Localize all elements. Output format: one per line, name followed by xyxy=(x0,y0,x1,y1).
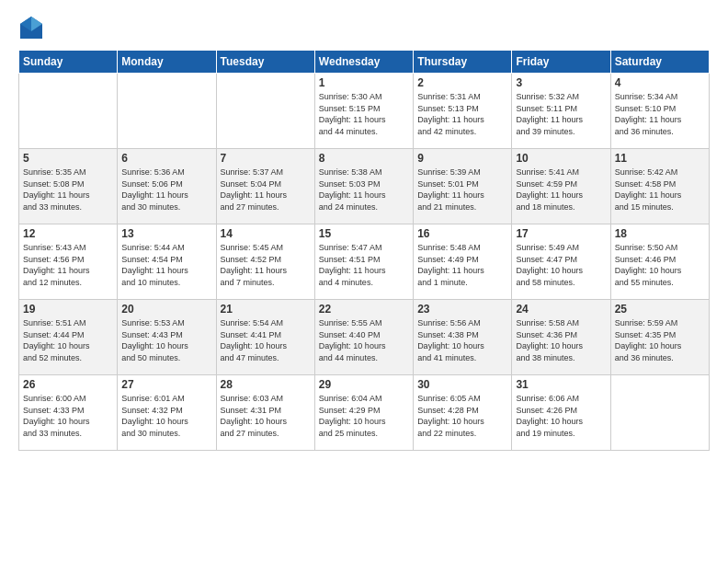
calendar-cell: 23Sunrise: 5:56 AMSunset: 4:38 PMDayligh… xyxy=(414,300,512,375)
cell-info-text: Sunrise: 5:43 AMSunset: 4:56 PMDaylight:… xyxy=(23,242,113,288)
calendar-cell: 28Sunrise: 6:03 AMSunset: 4:31 PMDayligh… xyxy=(216,375,314,451)
cell-date-number: 17 xyxy=(516,227,606,240)
calendar-weekday-tuesday: Tuesday xyxy=(216,51,314,74)
cell-date-number: 4 xyxy=(615,76,705,89)
calendar-cell xyxy=(19,74,118,149)
cell-date-number: 14 xyxy=(221,227,311,240)
cell-info-text: Sunrise: 5:48 AMSunset: 4:49 PMDaylight:… xyxy=(417,242,507,288)
cell-date-number: 31 xyxy=(516,378,606,391)
cell-date-number: 1 xyxy=(319,76,409,89)
cell-date-number: 3 xyxy=(516,76,606,89)
calendar-weekday-saturday: Saturday xyxy=(610,51,709,74)
calendar-cell: 30Sunrise: 6:05 AMSunset: 4:28 PMDayligh… xyxy=(414,375,512,451)
calendar-cell: 13Sunrise: 5:44 AMSunset: 4:54 PMDayligh… xyxy=(118,224,216,300)
cell-date-number: 13 xyxy=(121,227,211,240)
logo xyxy=(18,15,48,40)
cell-info-text: Sunrise: 5:36 AMSunset: 5:06 PMDaylight:… xyxy=(121,167,211,213)
cell-date-number: 8 xyxy=(319,152,409,165)
calendar-cell: 8Sunrise: 5:38 AMSunset: 5:03 PMDaylight… xyxy=(314,149,413,224)
cell-info-text: Sunrise: 5:45 AMSunset: 4:52 PMDaylight:… xyxy=(221,242,311,288)
cell-info-text: Sunrise: 5:38 AMSunset: 5:03 PMDaylight:… xyxy=(319,167,409,213)
cell-info-text: Sunrise: 5:31 AMSunset: 5:13 PMDaylight:… xyxy=(417,91,507,137)
calendar-cell: 3Sunrise: 5:32 AMSunset: 5:11 PMDaylight… xyxy=(512,74,610,149)
calendar-cell: 17Sunrise: 5:49 AMSunset: 4:47 PMDayligh… xyxy=(512,224,610,300)
cell-info-text: Sunrise: 5:35 AMSunset: 5:08 PMDaylight:… xyxy=(23,167,113,213)
calendar-cell: 1Sunrise: 5:30 AMSunset: 5:15 PMDaylight… xyxy=(314,74,413,149)
cell-date-number: 22 xyxy=(319,303,409,316)
cell-date-number: 12 xyxy=(23,227,113,240)
cell-info-text: Sunrise: 5:51 AMSunset: 4:44 PMDaylight:… xyxy=(23,317,113,363)
calendar-cell: 26Sunrise: 6:00 AMSunset: 4:33 PMDayligh… xyxy=(19,375,118,451)
cell-info-text: Sunrise: 6:05 AMSunset: 4:28 PMDaylight:… xyxy=(417,393,507,439)
calendar-cell: 19Sunrise: 5:51 AMSunset: 4:44 PMDayligh… xyxy=(19,300,118,375)
calendar-cell: 16Sunrise: 5:48 AMSunset: 4:49 PMDayligh… xyxy=(414,224,512,300)
calendar-week-row: 19Sunrise: 5:51 AMSunset: 4:44 PMDayligh… xyxy=(19,300,710,375)
cell-date-number: 15 xyxy=(319,227,409,240)
calendar-week-row: 1Sunrise: 5:30 AMSunset: 5:15 PMDaylight… xyxy=(19,74,710,149)
calendar-weekday-wednesday: Wednesday xyxy=(314,51,413,74)
calendar-cell: 20Sunrise: 5:53 AMSunset: 4:43 PMDayligh… xyxy=(118,300,216,375)
cell-date-number: 26 xyxy=(23,378,113,391)
cell-date-number: 7 xyxy=(221,152,311,165)
cell-info-text: Sunrise: 5:58 AMSunset: 4:36 PMDaylight:… xyxy=(516,317,606,363)
cell-info-text: Sunrise: 5:47 AMSunset: 4:51 PMDaylight:… xyxy=(319,242,409,288)
header-row xyxy=(18,15,710,40)
cell-info-text: Sunrise: 5:55 AMSunset: 4:40 PMDaylight:… xyxy=(319,317,409,363)
calendar-weekday-thursday: Thursday xyxy=(414,51,512,74)
cell-info-text: Sunrise: 6:04 AMSunset: 4:29 PMDaylight:… xyxy=(319,393,409,439)
cell-date-number: 30 xyxy=(417,378,507,391)
cell-info-text: Sunrise: 5:49 AMSunset: 4:47 PMDaylight:… xyxy=(516,242,606,288)
calendar-weekday-monday: Monday xyxy=(118,51,216,74)
calendar-cell: 14Sunrise: 5:45 AMSunset: 4:52 PMDayligh… xyxy=(216,224,314,300)
calendar-cell: 24Sunrise: 5:58 AMSunset: 4:36 PMDayligh… xyxy=(512,300,610,375)
cell-date-number: 28 xyxy=(221,378,311,391)
calendar-cell: 6Sunrise: 5:36 AMSunset: 5:06 PMDaylight… xyxy=(118,149,216,224)
cell-info-text: Sunrise: 5:53 AMSunset: 4:43 PMDaylight:… xyxy=(121,317,211,363)
calendar-cell xyxy=(610,375,709,451)
cell-info-text: Sunrise: 5:50 AMSunset: 4:46 PMDaylight:… xyxy=(615,242,705,288)
calendar-week-row: 5Sunrise: 5:35 AMSunset: 5:08 PMDaylight… xyxy=(19,149,710,224)
calendar-cell: 22Sunrise: 5:55 AMSunset: 4:40 PMDayligh… xyxy=(314,300,413,375)
cell-date-number: 21 xyxy=(221,303,311,316)
cell-info-text: Sunrise: 6:01 AMSunset: 4:32 PMDaylight:… xyxy=(121,393,211,439)
cell-info-text: Sunrise: 6:00 AMSunset: 4:33 PMDaylight:… xyxy=(23,393,113,439)
cell-info-text: Sunrise: 5:54 AMSunset: 4:41 PMDaylight:… xyxy=(221,317,311,363)
calendar-table: SundayMondayTuesdayWednesdayThursdayFrid… xyxy=(18,50,710,451)
calendar-cell: 25Sunrise: 5:59 AMSunset: 4:35 PMDayligh… xyxy=(610,300,709,375)
calendar-cell: 9Sunrise: 5:39 AMSunset: 5:01 PMDaylight… xyxy=(414,149,512,224)
cell-date-number: 25 xyxy=(615,303,705,316)
calendar-weekday-friday: Friday xyxy=(512,51,610,74)
cell-date-number: 18 xyxy=(615,227,705,240)
cell-info-text: Sunrise: 5:34 AMSunset: 5:10 PMDaylight:… xyxy=(615,91,705,137)
calendar-cell: 29Sunrise: 6:04 AMSunset: 4:29 PMDayligh… xyxy=(314,375,413,451)
calendar-cell: 11Sunrise: 5:42 AMSunset: 4:58 PMDayligh… xyxy=(610,149,709,224)
cell-date-number: 16 xyxy=(417,227,507,240)
calendar-header-row: SundayMondayTuesdayWednesdayThursdayFrid… xyxy=(19,51,710,74)
cell-date-number: 10 xyxy=(516,152,606,165)
cell-date-number: 27 xyxy=(121,378,211,391)
cell-info-text: Sunrise: 5:41 AMSunset: 4:59 PMDaylight:… xyxy=(516,167,606,213)
cell-info-text: Sunrise: 5:44 AMSunset: 4:54 PMDaylight:… xyxy=(121,242,211,288)
cell-info-text: Sunrise: 5:37 AMSunset: 5:04 PMDaylight:… xyxy=(221,167,311,213)
cell-date-number: 5 xyxy=(23,152,113,165)
calendar-cell: 2Sunrise: 5:31 AMSunset: 5:13 PMDaylight… xyxy=(414,74,512,149)
cell-date-number: 9 xyxy=(417,152,507,165)
cell-info-text: Sunrise: 6:03 AMSunset: 4:31 PMDaylight:… xyxy=(221,393,311,439)
cell-info-text: Sunrise: 5:30 AMSunset: 5:15 PMDaylight:… xyxy=(319,91,409,137)
cell-info-text: Sunrise: 5:39 AMSunset: 5:01 PMDaylight:… xyxy=(417,167,507,213)
calendar-cell: 12Sunrise: 5:43 AMSunset: 4:56 PMDayligh… xyxy=(19,224,118,300)
calendar-week-row: 12Sunrise: 5:43 AMSunset: 4:56 PMDayligh… xyxy=(19,224,710,300)
calendar-cell: 4Sunrise: 5:34 AMSunset: 5:10 PMDaylight… xyxy=(610,74,709,149)
cell-info-text: Sunrise: 5:56 AMSunset: 4:38 PMDaylight:… xyxy=(417,317,507,363)
cell-info-text: Sunrise: 5:59 AMSunset: 4:35 PMDaylight:… xyxy=(615,317,705,363)
cell-date-number: 20 xyxy=(121,303,211,316)
calendar-cell: 5Sunrise: 5:35 AMSunset: 5:08 PMDaylight… xyxy=(19,149,118,224)
cell-date-number: 24 xyxy=(516,303,606,316)
cell-info-text: Sunrise: 5:42 AMSunset: 4:58 PMDaylight:… xyxy=(615,167,705,213)
cell-date-number: 19 xyxy=(23,303,113,316)
calendar-week-row: 26Sunrise: 6:00 AMSunset: 4:33 PMDayligh… xyxy=(19,375,710,451)
cell-date-number: 23 xyxy=(417,303,507,316)
cell-info-text: Sunrise: 6:06 AMSunset: 4:26 PMDaylight:… xyxy=(516,393,606,439)
calendar-cell: 27Sunrise: 6:01 AMSunset: 4:32 PMDayligh… xyxy=(118,375,216,451)
calendar-cell: 31Sunrise: 6:06 AMSunset: 4:26 PMDayligh… xyxy=(512,375,610,451)
